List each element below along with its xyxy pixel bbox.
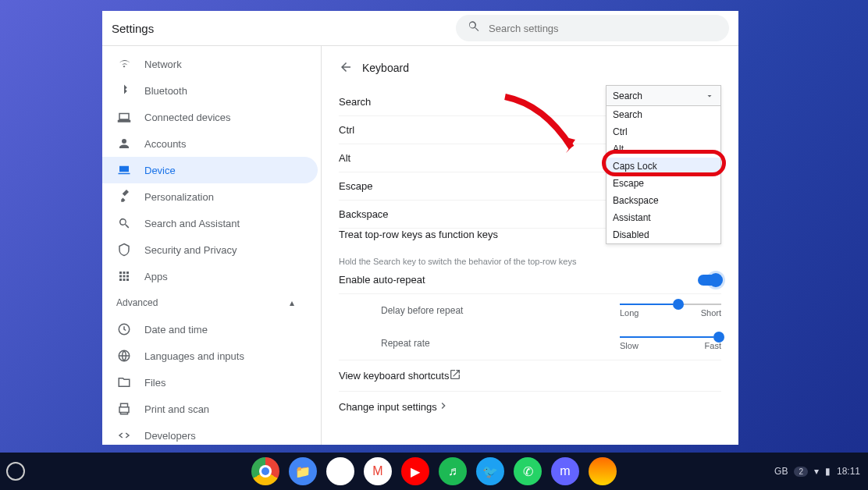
dropdown-option-alt[interactable]: Alt [607,140,720,158]
mastodon-icon[interactable]: m [551,457,579,485]
tray-time[interactable]: 18:11 [837,466,860,477]
whatsapp-icon[interactable]: ✆ [514,457,542,485]
code-icon [116,428,132,443]
dropdown-option-escape[interactable]: Escape [607,175,720,192]
game-icon[interactable] [589,457,617,485]
sidebar-item-label: Personalization [144,191,214,203]
sidebar-item-languages-and-inputs[interactable]: Languages and inputs [102,343,318,369]
sidebar-item-security-and-privacy[interactable]: Security and Privacy [102,236,318,263]
files-icon[interactable]: 📁 [289,457,317,485]
clock-icon [116,321,132,337]
rate-slider[interactable] [620,336,721,338]
dropdown-option-ctrl[interactable]: Ctrl [607,123,720,140]
folder-icon [116,375,132,390]
sidebar-item-label: Print and scan [144,403,209,415]
header: Settings [102,11,738,45]
breadcrumb[interactable]: Keyboard [339,55,721,80]
dropdown-option-assistant[interactable]: Assistant [607,209,720,226]
chevron-right-icon [437,399,450,414]
sidebar-item-label: Date and time [144,324,208,336]
sidebar-item-label: Network [144,59,182,70]
sidebar-item-label: Device [144,165,176,176]
tray-lang[interactable]: GB [774,466,788,477]
sidebar-item-label: Apps [144,271,168,282]
shield-icon [116,242,132,257]
sidebar-item-label: Developers [144,430,196,442]
sidebar-item-label: Files [144,377,165,389]
page-title: Keyboard [362,62,409,74]
launcher-button[interactable] [6,462,25,481]
sidebar-item-personalization[interactable]: Personalization [102,183,318,210]
sidebar-item-accounts[interactable]: Accounts [102,130,318,157]
dropdown-selected[interactable]: Search [607,86,720,106]
apps-icon [116,268,132,284]
sidebar-item-print-and-scan[interactable]: Print and scan [102,396,318,422]
sidebar-item-label: Search and Assistant [144,218,240,229]
sidebar-item-developers[interactable]: Developers [102,422,318,445]
tray-notif[interactable]: 2 [794,467,808,477]
devices-icon [116,109,132,125]
rate-row: Repeat rate SlowFast [339,327,721,360]
search-icon [116,215,132,231]
settings-window: Settings NetworkBluetoothConnected devic… [102,11,738,445]
dropdown-option-disabled[interactable]: Disabled [607,226,720,243]
sidebar-item-label: Connected devices [144,112,231,123]
spotify-icon[interactable]: ♬ [439,457,467,485]
app-title: Settings [112,22,154,35]
dropdown-option-search[interactable]: Search [607,106,720,123]
main-panel: Keyboard SearchCtrlAltEscapeBackspace Tr… [321,46,738,445]
globe-icon [116,348,132,364]
search-box[interactable] [456,15,729,41]
auto-repeat-toggle[interactable] [698,275,721,286]
person-icon [116,136,132,151]
delay-row: Delay before repeat LongShort [339,294,721,327]
shelf: 📁 ▶ M ▶ ♬ 🐦 ✆ m [0,453,868,490]
sidebar-item-label: Languages and inputs [144,350,244,362]
twitter-icon[interactable]: 🐦 [476,457,504,485]
wifi-icon[interactable]: ▾ [814,466,819,477]
bt-icon [116,83,132,98]
sidebar-item-label: Accounts [144,138,186,150]
input-settings-row[interactable]: Change input settings [339,391,721,422]
auto-repeat-row[interactable]: Enable auto-repeat [339,266,721,294]
search-input[interactable] [489,23,718,34]
sidebar-item-search-and-assistant[interactable]: Search and Assistant [102,210,318,236]
search-key-dropdown[interactable]: SearchSearchCtrlAltCaps LockEscapeBacksp… [606,85,721,244]
sidebar-item-connected-devices[interactable]: Connected devices [102,104,318,130]
wifi-icon [116,56,132,72]
sidebar-item-files[interactable]: Files [102,369,318,396]
brush-icon [116,189,132,204]
chrome-icon[interactable] [251,457,279,485]
sidebar-item-apps[interactable]: Apps [102,263,318,289]
back-icon[interactable] [339,60,362,76]
gmail-icon[interactable]: M [364,457,392,485]
system-tray[interactable]: GB 2 ▾ ▮ 18:11 [774,453,860,490]
sidebar-item-network[interactable]: Network [102,51,318,77]
sidebar-item-device[interactable]: Device [102,157,318,183]
chevron-up-icon: ▴ [290,297,294,308]
sidebar-item-date-and-time[interactable]: Date and time [102,316,318,343]
battery-icon[interactable]: ▮ [825,466,831,477]
youtube-icon[interactable]: ▶ [401,457,429,485]
sidebar-advanced-toggle[interactable]: Advanced▴ [102,289,318,316]
print-icon [116,401,132,417]
dropdown-option-caps-lock[interactable]: Caps Lock [607,158,720,175]
sidebar-item-label: Bluetooth [144,85,187,97]
sidebar: NetworkBluetoothConnected devicesAccount… [102,46,321,445]
play-store-icon[interactable]: ▶ [326,457,354,485]
sidebar-item-label: Security and Privacy [144,244,237,256]
external-icon [449,368,461,383]
delay-slider[interactable] [620,304,721,305]
sidebar-item-bluetooth[interactable]: Bluetooth [102,77,318,104]
search-icon [467,20,489,37]
dropdown-option-backspace[interactable]: Backspace [607,192,720,209]
laptop-icon [116,162,132,178]
shortcuts-row[interactable]: View keyboard shortcuts [339,360,721,391]
